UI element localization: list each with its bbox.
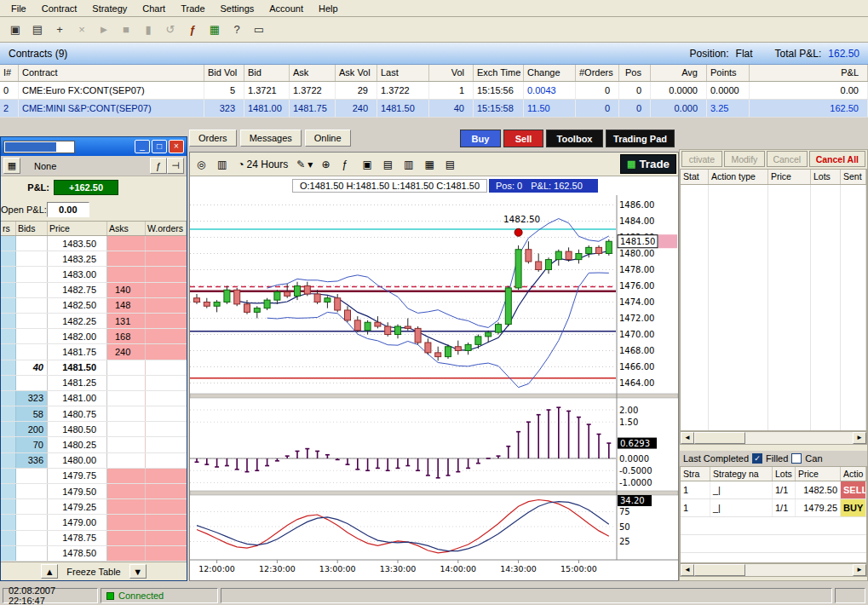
working-orders-cell[interactable]	[146, 298, 187, 313]
completed-column-header[interactable]: Strategy na	[710, 467, 773, 481]
cancel-button[interactable]: Cancel	[767, 151, 808, 167]
bid-depth-cell[interactable]	[16, 283, 48, 297]
ask-depth-cell[interactable]: 148	[107, 298, 146, 313]
column-header[interactable]: #Orders	[576, 65, 619, 81]
price-cell[interactable]: 1479.75	[48, 469, 107, 483]
price-cell[interactable]: 1482.75	[48, 283, 107, 297]
ask-depth-cell[interactable]	[107, 391, 146, 406]
working-orders-cell[interactable]	[146, 376, 187, 390]
window-control-button[interactable]: □	[152, 140, 167, 153]
working-orders-cell[interactable]	[146, 251, 187, 266]
scroll-thumb[interactable]	[694, 564, 745, 576]
price-cell[interactable]: 1480.00	[48, 453, 107, 468]
chart-toolbar-button[interactable]: ▣	[359, 155, 377, 174]
toolbar-button[interactable]: ×	[72, 20, 92, 40]
scroll-up-button[interactable]: ▲	[41, 564, 58, 579]
trading-pad-button[interactable]: Trading Pad	[606, 130, 675, 147]
bid-depth-cell[interactable]	[16, 314, 48, 328]
ask-depth-cell[interactable]	[107, 267, 146, 281]
orders-hscrollbar[interactable]: ◄ ►	[680, 431, 867, 445]
ask-depth-cell[interactable]	[107, 376, 146, 390]
panel-tab[interactable]: Orders	[189, 130, 237, 147]
scroll-right-icon[interactable]: ►	[853, 564, 866, 576]
menu-item[interactable]: Chart	[135, 2, 173, 15]
price-cell[interactable]: 1481.50	[48, 360, 107, 375]
ask-depth-cell[interactable]	[107, 453, 146, 468]
bid-depth-cell[interactable]: 200	[16, 422, 48, 436]
chart-toolbar-button[interactable]: ◎	[193, 155, 212, 174]
working-orders-cell[interactable]	[146, 546, 187, 561]
working-orders-cell[interactable]	[146, 236, 187, 251]
menu-item[interactable]: Contract	[34, 2, 85, 15]
bid-depth-cell[interactable]	[16, 376, 48, 390]
bid-depth-cell[interactable]	[16, 236, 48, 251]
chart-toolbar-button[interactable]: ▦	[421, 155, 440, 174]
ask-depth-cell[interactable]	[107, 236, 146, 251]
modify-button[interactable]: Modify	[724, 151, 765, 167]
price-cell[interactable]: 1480.25	[48, 437, 107, 452]
working-orders-cell[interactable]	[146, 267, 187, 281]
column-header[interactable]: Change	[524, 65, 576, 81]
chart-toolbar-button[interactable]: ⊕	[318, 155, 336, 174]
ask-depth-cell[interactable]: 140	[107, 283, 146, 297]
price-cell[interactable]: 1483.00	[48, 267, 107, 281]
dom-title-input[interactable]	[3, 141, 75, 153]
scroll-down-button[interactable]: ▼	[129, 564, 147, 579]
completed-hscrollbar[interactable]: ◄ ►	[680, 563, 867, 577]
price-cell[interactable]: 1478.50	[48, 546, 107, 561]
menu-item[interactable]: Trade	[173, 2, 212, 15]
toolbox-button[interactable]: Toolbox	[546, 130, 603, 147]
toolbar-button[interactable]: ►	[94, 20, 114, 40]
price-cell[interactable]: 1479.25	[48, 499, 107, 514]
ask-depth-cell[interactable]	[107, 484, 146, 498]
panel-tab[interactable]: Online	[305, 130, 351, 147]
working-orders-cell[interactable]	[146, 515, 187, 529]
ask-depth-cell[interactable]	[107, 360, 146, 375]
working-orders-cell[interactable]	[146, 391, 187, 406]
contract-row[interactable]: 0CME:Euro FX:CONT(SEP07)51.37211.3722291…	[0, 82, 868, 100]
bid-depth-cell[interactable]: 58	[16, 406, 48, 421]
chart-canvas[interactable]: 1486.001484.001482.001480.001478.001476.…	[190, 195, 678, 582]
toolbar-button[interactable]: ▦	[204, 20, 225, 40]
price-cell[interactable]: 1483.25	[48, 251, 107, 266]
toolbar-button[interactable]: ?	[227, 20, 247, 40]
cancel-all-button[interactable]: Cancel All	[809, 151, 865, 167]
price-cell[interactable]: 1482.50	[48, 298, 107, 313]
price-cell[interactable]: 1478.75	[48, 531, 107, 545]
working-orders-cell[interactable]	[146, 499, 187, 514]
toolbar-button[interactable]: ▭	[249, 20, 269, 40]
ask-depth-cell[interactable]: 131	[107, 314, 146, 328]
working-orders-cell[interactable]	[146, 422, 187, 436]
strategy-selector[interactable]: None	[34, 161, 56, 171]
bid-depth-cell[interactable]	[16, 267, 48, 281]
toolbar-button[interactable]: +	[49, 20, 70, 40]
price-cell[interactable]: 1480.50	[48, 422, 107, 436]
orders-column-header[interactable]: Sent	[841, 170, 866, 184]
orders-column-header[interactable]: Stat	[681, 170, 709, 184]
price-cell[interactable]: 1479.50	[48, 484, 107, 498]
panel-tab[interactable]: Messages	[240, 130, 302, 147]
filled-checkbox[interactable]: ✓	[752, 453, 762, 464]
column-header[interactable]: P&L	[750, 65, 868, 81]
chart-toolbar-button[interactable]: ▤	[442, 155, 461, 174]
price-cell[interactable]: 1479.00	[48, 515, 107, 529]
price-cell[interactable]: 1481.75	[48, 344, 107, 359]
bid-depth-cell[interactable]: 336	[16, 453, 48, 468]
column-header[interactable]: I#	[0, 65, 19, 81]
window-control-button[interactable]: _	[135, 140, 150, 153]
sell-button[interactable]: Sell	[503, 130, 543, 147]
dom-title-bar[interactable]: _□×	[1, 137, 187, 156]
price-cell[interactable]: 1480.75	[48, 406, 107, 421]
bid-depth-cell[interactable]	[16, 546, 48, 561]
toolbar-button[interactable]: ƒ	[182, 20, 203, 40]
menu-item[interactable]: File	[3, 2, 34, 15]
scroll-left-icon[interactable]: ◄	[681, 564, 694, 576]
working-orders-cell[interactable]	[146, 344, 187, 359]
price-cell[interactable]: 1483.50	[48, 236, 107, 251]
bid-depth-cell[interactable]	[16, 499, 48, 514]
column-header[interactable]: Bid	[244, 65, 290, 81]
scroll-left-icon[interactable]: ◄	[681, 432, 694, 444]
column-header[interactable]: Ask	[290, 65, 336, 81]
column-header[interactable]: Bid Vol	[204, 65, 244, 81]
working-orders-cell[interactable]	[146, 484, 187, 498]
